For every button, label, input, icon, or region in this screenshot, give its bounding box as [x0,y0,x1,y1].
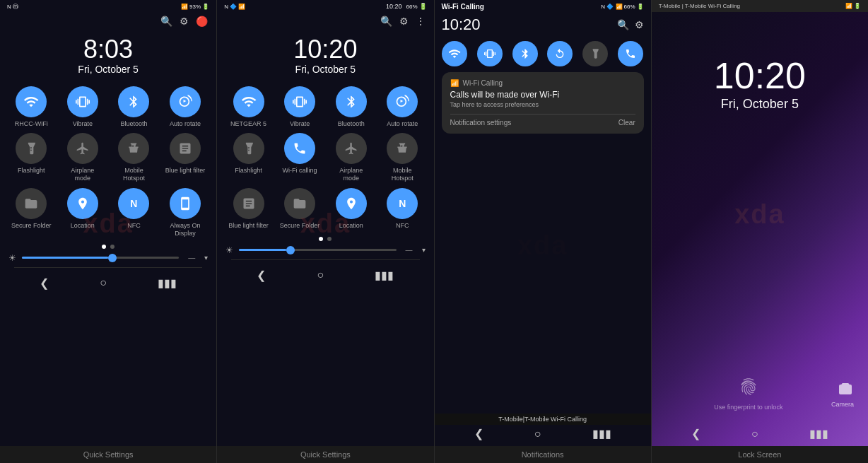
recents-button-2[interactable]: ▮▮▮ [375,269,394,282]
expand-icon-1[interactable]: ▾ [204,254,208,262]
tile-flashlight-2[interactable]: Flashlight [228,133,269,182]
notif-clear-button[interactable]: Clear [618,119,635,127]
fingerprint-icon[interactable] [714,377,782,401]
notif-settings-button[interactable]: Notification settings [450,119,512,127]
home-button-3[interactable]: ○ [534,428,541,440]
tile-icon-hotspot-2[interactable] [387,133,418,164]
tile-airplane-2[interactable]: Airplane mode [331,133,372,182]
tile-icon-wifi[interactable] [16,86,47,117]
brightness-slider-2[interactable] [239,249,396,251]
brightness-thumb-1[interactable] [108,254,117,262]
tile-icon-nfc-2[interactable]: N [387,188,418,219]
settings-icon-3[interactable]: ⚙ [635,19,644,30]
search-icon[interactable]: 🔍 [160,16,172,27]
tile-nfc-2[interactable]: N NFC [382,188,423,230]
tile-label-bluetooth-1: Bluetooth [120,120,147,128]
recents-button-1[interactable]: ▮▮▮ [158,276,177,290]
tile-nfc-1[interactable]: N NFC [113,188,154,238]
tile-bluetooth-1[interactable]: Bluetooth [113,86,154,128]
tile-icon-flashlight-2[interactable] [233,133,264,164]
notif-tile-vibrate[interactable] [477,41,503,66]
tile-icon-securefolder-2[interactable] [284,188,315,219]
tile-label-wifi: RHCC-WiFi [15,120,48,128]
tile-icon-location-2[interactable] [336,188,367,219]
tile-bluetooth-2[interactable]: Bluetooth [331,86,372,128]
notification-badge[interactable]: 🔴 [196,16,208,27]
home-button-2[interactable]: ○ [317,269,324,281]
notif-tile-rotate[interactable] [547,41,573,66]
camera-icon[interactable] [831,380,854,401]
tile-icon-hotspot-1[interactable] [118,133,149,164]
nav-bar-2: ❮ ○ ▮▮▮ [217,263,433,288]
tile-wificalling[interactable]: Wi-Fi calling [279,133,320,182]
dot-1-1 [102,245,106,249]
tile-rhcc-wifi[interactable]: RHCC-WiFi [11,86,52,128]
notif-tile-wificall[interactable] [618,41,643,66]
expand-icon-2[interactable]: ▾ [422,246,426,254]
tile-icon-airplane-1[interactable] [67,133,98,164]
screens-container: N ⓜ 📶 93% 🔋 🔍 ⚙ 🔴 8:03 Fri, October 5 xd… [0,0,868,446]
notif-tile-flashlight[interactable] [582,41,608,66]
date-display-1: Fri, October 5 [0,64,216,75]
tile-netgear[interactable]: NETGEAR 5 [228,86,269,128]
tile-icon-aod-1[interactable] [170,188,201,219]
tiles-row-1-2: Flashlight Airplane mode Mobile Hotspot … [0,130,216,185]
camera-label: Camera [831,401,854,408]
home-button-4[interactable]: ○ [751,428,758,440]
back-button-2[interactable]: ❮ [257,269,266,282]
tile-icon-airplane-2[interactable] [336,133,367,164]
search-icon-2[interactable]: 🔍 [380,16,392,27]
tile-autorotate-2[interactable]: Auto rotate [382,86,423,128]
settings-icon[interactable]: ⚙ [180,16,189,27]
fingerprint-area[interactable]: Use fingerprint to unlock [714,377,782,411]
notif-tile-wifi[interactable] [442,41,467,66]
tile-icon-vibrate-2[interactable] [284,86,315,117]
dot-1-2 [110,245,115,249]
tile-icon-location-1[interactable] [67,188,98,219]
brightness-thumb-2[interactable] [286,246,295,254]
tile-securefolder-2[interactable]: Secure Folder [279,188,320,230]
recents-button-4[interactable]: ▮▮▮ [809,427,828,440]
tile-location-2[interactable]: Location [331,188,372,230]
back-button-3[interactable]: ❮ [474,427,483,440]
tile-icon-autorotate-2[interactable] [387,86,418,117]
tile-icon-wificalling[interactable] [284,133,315,164]
tile-airplane-1[interactable]: Airplane mode [62,133,103,182]
tile-securefolder-1[interactable]: Secure Folder [11,188,52,238]
more-icon-2[interactable]: ⋮ [416,16,426,27]
tile-icon-nfc-1[interactable]: N [118,188,149,219]
back-button-4[interactable]: ❮ [691,427,700,440]
tile-icon-netgear[interactable] [233,86,264,117]
tmobile-label: T-Mobile | T-Mobile Wi-Fi Calling [659,3,740,9]
tile-icon-vibrate-1[interactable] [67,86,98,117]
tile-hotspot-2[interactable]: Mobile Hotspot [382,133,423,182]
search-icon-3[interactable]: 🔍 [617,19,629,30]
tile-autorotate-1[interactable]: Auto rotate [165,86,206,128]
tile-aod-1[interactable]: Always On Display [165,188,206,238]
tile-vibrate-2[interactable]: Vibrate [279,86,320,128]
back-button-1[interactable]: ❮ [40,276,49,290]
brightness-fill-2 [239,249,286,251]
tile-icon-bluetooth-2[interactable] [336,86,367,117]
tile-icon-autorotate-1[interactable] [170,86,201,117]
tile-hotspot-1[interactable]: Mobile Hotspot [113,133,154,182]
notification-card[interactable]: 📶 Wi-Fi Calling Calls will be made over … [442,72,644,134]
tile-location-1[interactable]: Location [62,188,103,238]
recents-button-3[interactable]: ▮▮▮ [592,427,611,440]
tile-icon-bluelight-2[interactable] [233,188,264,219]
tile-bluelight-1[interactable]: Blue light filter [165,133,206,182]
tile-icon-bluetooth-1[interactable] [118,86,149,117]
home-button-1[interactable]: ○ [100,276,107,289]
tile-icon-securefolder-1[interactable] [16,188,47,219]
notif-tile-bluetooth[interactable] [512,41,538,66]
tile-bluelight-2[interactable]: Blue light filter [228,188,269,230]
tile-label-bluetooth-2: Bluetooth [338,120,365,128]
tile-flashlight-1[interactable]: Flashlight [11,133,52,182]
tile-icon-bluelight-1[interactable] [170,133,201,164]
settings-icon-2[interactable]: ⚙ [399,16,409,27]
tile-icon-flashlight-1[interactable] [16,133,47,164]
brightness-slider-1[interactable] [22,257,179,259]
tile-vibrate-1[interactable]: Vibrate [62,86,103,128]
camera-area[interactable]: Camera [831,380,854,408]
battery-text: 93% 🔋 [189,4,209,10]
